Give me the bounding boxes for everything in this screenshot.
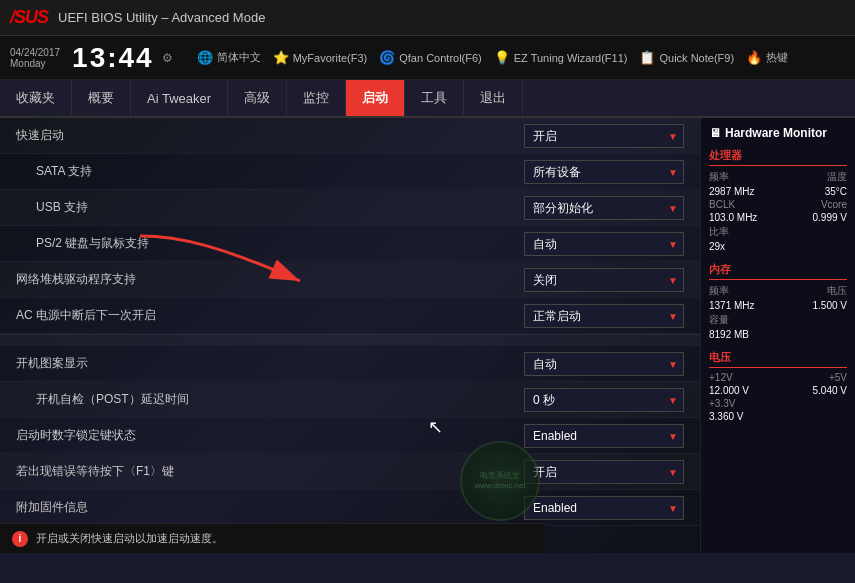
top-bar: /SUS UEFI BIOS Utility – Advanced Mode	[0, 0, 855, 36]
numlock-dropdown-wrapper[interactable]: Enabled Disabled	[524, 424, 684, 448]
post-select[interactable]: 0 秒	[524, 388, 684, 412]
mem-freq-row: 频率 电压	[709, 284, 847, 298]
settings-group: 快速启动 开启 关闭 SATA 支持 所有设备	[0, 118, 700, 526]
nav-aitweaker[interactable]: Ai Tweaker	[131, 80, 228, 116]
network-dropdown-wrapper[interactable]: 关闭 开启	[524, 268, 684, 292]
fast-boot-select[interactable]: 开启 关闭	[524, 124, 684, 148]
note-icon: 📋	[639, 50, 655, 65]
mem-freq-label: 频率	[709, 284, 729, 298]
mem-size-row: 容量	[709, 313, 847, 327]
nav-boot[interactable]: 启动	[346, 80, 405, 116]
v12-row-labels: +12V +5V	[709, 372, 847, 383]
mem-size-value: 8192 MB	[709, 329, 749, 340]
qfan-label: Qfan Control(F6)	[399, 52, 482, 64]
monitor-icon: 🖥	[709, 126, 721, 140]
usb-support-label: USB 支持	[16, 199, 484, 216]
f1-dropdown-wrapper[interactable]: 开启 关闭	[524, 460, 684, 484]
nav-overview[interactable]: 概要	[72, 80, 131, 116]
content-area: ↖ 快速启动 开启 关闭 SATA 支持	[0, 118, 700, 553]
nav-exit[interactable]: 退出	[464, 80, 523, 116]
language-label: 简体中文	[217, 50, 261, 65]
ac-dropdown-wrapper[interactable]: 正常启动	[524, 304, 684, 328]
sata-select[interactable]: 所有设备	[524, 160, 684, 184]
network-select[interactable]: 关闭 开启	[524, 268, 684, 292]
time-display: 13:44	[72, 42, 154, 74]
ps2-select[interactable]: 自动	[524, 232, 684, 256]
bclk-label: BCLK	[709, 199, 735, 210]
nav-monitor[interactable]: 监控	[287, 80, 346, 116]
cpu-ratio-val-row: 29x	[709, 241, 847, 252]
bulb-icon: 💡	[494, 50, 510, 65]
hardware-monitor-sidebar: 🖥 Hardware Monitor 处理器 频率 温度 2987 MHz 35…	[700, 118, 855, 553]
ratio-label: 比率	[709, 225, 729, 239]
numlock-label: 启动时数字锁定键状态	[16, 427, 484, 444]
asus-logo: /SUS	[10, 7, 48, 28]
ac-power-label: AC 电源中断后下一次开启	[16, 307, 484, 324]
cpu-section: 处理器 频率 温度 2987 MHz 35°C BCLK Vcore 103.0…	[709, 148, 847, 252]
sata-support-label: SATA 支持	[16, 163, 484, 180]
mem-freq-val-row: 1371 MHz 1.500 V	[709, 300, 847, 311]
ps2-support-value: 自动	[484, 232, 684, 256]
cpu-temp-label: 温度	[827, 170, 847, 184]
day-display: Monday	[10, 58, 60, 69]
cpu-freq-val-row: 2987 MHz 35°C	[709, 186, 847, 197]
fast-boot-row: 快速启动 开启 关闭	[0, 118, 700, 154]
ac-select[interactable]: 正常启动	[524, 304, 684, 328]
qfan-button[interactable]: 🌀 Qfan Control(F6)	[379, 50, 482, 65]
mem-volt-value: 1.500 V	[813, 300, 847, 311]
ps2-support-row: PS/2 键盘与鼠标支持 自动	[0, 226, 700, 262]
firmware-select[interactable]: Enabled Disabled	[524, 496, 684, 520]
hotkey-label: 热键	[766, 50, 788, 65]
boot-logo-label: 开机图案显示	[16, 355, 484, 372]
nav-advanced[interactable]: 高级	[228, 80, 287, 116]
fan-icon: 🌀	[379, 50, 395, 65]
numlock-select[interactable]: Enabled Disabled	[524, 424, 684, 448]
boot-logo-row: 开机图案显示 自动	[0, 346, 700, 382]
eztuning-button[interactable]: 💡 EZ Tuning Wizard(F11)	[494, 50, 628, 65]
usb-support-row: USB 支持 部分初始化	[0, 190, 700, 226]
fast-boot-dropdown-wrapper[interactable]: 开启 关闭	[524, 124, 684, 148]
usb-select[interactable]: 部分初始化	[524, 196, 684, 220]
nav-bar: 收藏夹 概要 Ai Tweaker 高级 监控 启动 工具 退出	[0, 80, 855, 118]
boot-logo-dropdown-wrapper[interactable]: 自动	[524, 352, 684, 376]
boot-logo-select[interactable]: 自动	[524, 352, 684, 376]
cpu-temp-value: 35°C	[825, 186, 847, 197]
f1-error-value: 开启 关闭	[484, 460, 684, 484]
cpu-freq-row: 频率 温度	[709, 170, 847, 184]
language-selector[interactable]: 🌐 简体中文	[197, 50, 261, 65]
post-dropdown-wrapper[interactable]: 0 秒	[524, 388, 684, 412]
fast-boot-value: 开启 关闭	[484, 124, 684, 148]
firmware-dropdown-wrapper[interactable]: Enabled Disabled	[524, 496, 684, 520]
vcore-label: Vcore	[821, 199, 847, 210]
fire-icon: 🔥	[746, 50, 762, 65]
quicknote-button[interactable]: 📋 Quick Note(F9)	[639, 50, 734, 65]
spacer-row	[0, 334, 700, 346]
usb-dropdown-wrapper[interactable]: 部分初始化	[524, 196, 684, 220]
post-delay-label: 开机自检（POST）延迟时间	[16, 391, 484, 408]
sata-support-value: 所有设备	[484, 160, 684, 184]
v5-label: +5V	[829, 372, 847, 383]
nav-favorites[interactable]: 收藏夹	[0, 80, 72, 116]
f1-select[interactable]: 开启 关闭	[524, 460, 684, 484]
usb-support-value: 部分初始化	[484, 196, 684, 220]
ps2-dropdown-wrapper[interactable]: 自动	[524, 232, 684, 256]
myfavorite-label: MyFavorite(F3)	[293, 52, 368, 64]
eztuning-label: EZ Tuning Wizard(F11)	[514, 52, 628, 64]
firmware-info-row: 附加固件信息 Enabled Disabled	[0, 490, 700, 526]
cpu-freq-value: 2987 MHz	[709, 186, 755, 197]
v33-label: +3.3V	[709, 398, 735, 409]
network-stack-value: 关闭 开启	[484, 268, 684, 292]
status-text: 开启或关闭快速启动以加速启动速度。	[36, 531, 223, 546]
sata-dropdown-wrapper[interactable]: 所有设备	[524, 160, 684, 184]
time-bar: 04/24/2017 Monday 13:44 ⚙ 🌐 简体中文 ⭐ MyFav…	[0, 36, 855, 80]
v33-row-label: +3.3V	[709, 398, 847, 409]
v12-value: 12.000 V	[709, 385, 749, 396]
vcore-value: 0.999 V	[813, 212, 847, 223]
mem-size-val-row: 8192 MB	[709, 329, 847, 340]
nav-tools[interactable]: 工具	[405, 80, 464, 116]
date-display: 04/24/2017	[10, 47, 60, 58]
myfavorite-button[interactable]: ⭐ MyFavorite(F3)	[273, 50, 368, 65]
network-stack-row: 网络堆栈驱动程序支持 关闭 开启	[0, 262, 700, 298]
hotkey-button[interactable]: 🔥 热键	[746, 50, 788, 65]
gear-icon[interactable]: ⚙	[162, 51, 173, 65]
